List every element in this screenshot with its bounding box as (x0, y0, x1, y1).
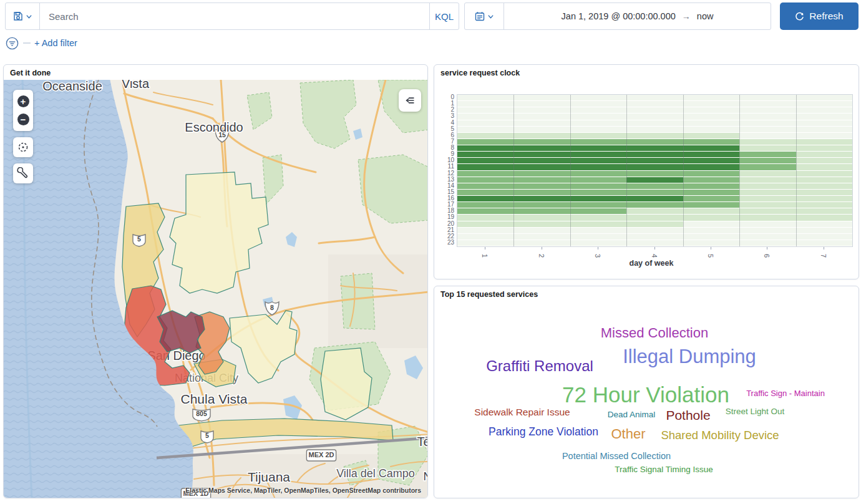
heatmap-cell[interactable] (626, 145, 683, 151)
heatmap-cell[interactable] (739, 120, 795, 126)
heatmap-cell[interactable] (457, 158, 513, 163)
heatmap-cell[interactable] (739, 202, 795, 208)
heatmap-cell[interactable] (683, 95, 739, 100)
heatmap-cell[interactable] (796, 196, 852, 201)
heatmap-cell[interactable] (796, 164, 852, 170)
tagcloud-word[interactable]: 72 Hour Violation (562, 384, 729, 405)
heatmap-cell[interactable] (626, 228, 683, 233)
heatmap-cell[interactable] (570, 202, 626, 208)
heatmap-cell[interactable] (457, 114, 513, 119)
heatmap-cell[interactable] (626, 139, 683, 145)
heatmap-cell[interactable] (739, 95, 795, 100)
heatmap-cell[interactable] (513, 202, 570, 208)
heatmap-cell[interactable] (739, 215, 795, 220)
set-view-button[interactable] (13, 137, 33, 157)
heatmap-cell[interactable] (513, 196, 570, 201)
heatmap-cell[interactable] (683, 215, 739, 220)
heatmap-cell[interactable] (513, 101, 570, 107)
heatmap-cell[interactable] (683, 127, 739, 132)
heatmap-cell[interactable] (739, 107, 795, 113)
heatmap-cell[interactable] (513, 139, 570, 145)
heatmap-cell[interactable] (457, 234, 513, 240)
heatmap-cell[interactable] (513, 190, 570, 195)
heatmap-cell[interactable] (513, 240, 570, 246)
tagcloud-word[interactable]: Traffic Signal Timing Issue (615, 465, 713, 474)
heatmap-cell[interactable] (683, 190, 739, 195)
tagcloud-word[interactable]: Traffic Sign - Maintain (746, 389, 825, 397)
heatmap-cell[interactable] (796, 171, 852, 177)
saved-query-menu-button[interactable] (6, 3, 40, 29)
heatmap-cell[interactable] (570, 127, 626, 132)
heatmap-cell[interactable] (513, 221, 570, 227)
heatmap-cell[interactable] (457, 101, 513, 107)
heatmap-cell[interactable] (739, 221, 795, 227)
heatmap-cell[interactable] (683, 202, 739, 208)
heatmap-cell[interactable] (570, 120, 626, 126)
heatmap-cell[interactable] (683, 221, 739, 227)
heatmap-cell[interactable] (626, 95, 683, 100)
heatmap-cell[interactable] (683, 114, 739, 119)
heatmap-cell[interactable] (683, 240, 739, 246)
heatmap-cell[interactable] (570, 101, 626, 107)
heatmap-cell[interactable] (739, 101, 795, 107)
heatmap-cell[interactable] (626, 164, 683, 170)
heatmap-cell[interactable] (796, 114, 852, 119)
heatmap-cell[interactable] (683, 145, 739, 151)
heatmap-cell[interactable] (513, 127, 570, 132)
heatmap-cell[interactable] (513, 145, 570, 151)
heatmap-cell[interactable] (683, 152, 739, 157)
heatmap-cell[interactable] (796, 120, 852, 126)
heatmap-cell[interactable] (683, 177, 739, 183)
heatmap-cell[interactable] (796, 221, 852, 227)
heatmap-cell[interactable] (457, 240, 513, 246)
heatmap-cell[interactable] (457, 133, 513, 138)
heatmap-cell[interactable] (739, 145, 795, 151)
heatmap-cell[interactable] (796, 183, 852, 189)
zoom-out-button[interactable]: − (17, 114, 29, 125)
heatmap-cell[interactable] (796, 234, 852, 240)
tagcloud-word[interactable]: Potential Missed Collection (562, 452, 671, 461)
heatmap-cell[interactable] (626, 208, 683, 214)
heatmap-cell[interactable] (513, 158, 570, 163)
heatmap-cell[interactable] (457, 196, 513, 201)
heatmap-cell[interactable] (739, 196, 795, 201)
heatmap-cell[interactable] (739, 234, 795, 240)
heatmap-cell[interactable] (457, 127, 513, 132)
heatmap-cell[interactable] (739, 228, 795, 233)
search-input[interactable] (40, 3, 429, 29)
heatmap-cell[interactable] (513, 234, 570, 240)
heatmap-cell[interactable] (796, 127, 852, 132)
heatmap-cell[interactable] (626, 133, 683, 138)
heatmap-cell[interactable] (457, 152, 513, 157)
heatmap-cell[interactable] (626, 158, 683, 163)
heatmap-cell[interactable] (796, 240, 852, 246)
date-range-end[interactable]: now (697, 11, 714, 21)
heatmap-cell[interactable] (457, 164, 513, 170)
heatmap-cell[interactable] (683, 139, 739, 145)
heatmap-cell[interactable] (683, 234, 739, 240)
heatmap-cell[interactable] (796, 190, 852, 195)
legend-toggle-button[interactable] (399, 89, 421, 112)
heatmap-cell[interactable] (570, 190, 626, 195)
heatmap-cell[interactable] (626, 183, 683, 189)
heatmap-cell[interactable] (683, 183, 739, 189)
heatmap-cell[interactable] (457, 107, 513, 113)
heatmap-cell[interactable] (457, 215, 513, 220)
heatmap-cell[interactable] (683, 171, 739, 177)
heatmap-cell[interactable] (513, 164, 570, 170)
heatmap-cell[interactable] (513, 228, 570, 233)
heatmap-cell[interactable] (796, 228, 852, 233)
heatmap-cell[interactable] (457, 177, 513, 183)
heatmap-cell[interactable] (513, 133, 570, 138)
heatmap-cell[interactable] (626, 234, 683, 240)
heatmap-cell[interactable] (570, 234, 626, 240)
heatmap-cell[interactable] (739, 152, 795, 157)
heatmap-cell[interactable] (739, 114, 795, 119)
heatmap-cell[interactable] (739, 139, 795, 145)
heatmap-cell[interactable] (626, 107, 683, 113)
heatmap-cell[interactable] (457, 228, 513, 233)
tagcloud-word[interactable]: Dead Animal (608, 410, 656, 419)
filter-menu-icon[interactable] (5, 36, 19, 51)
heatmap-cell[interactable] (513, 171, 570, 177)
kql-language-button[interactable]: KQL (429, 3, 459, 29)
